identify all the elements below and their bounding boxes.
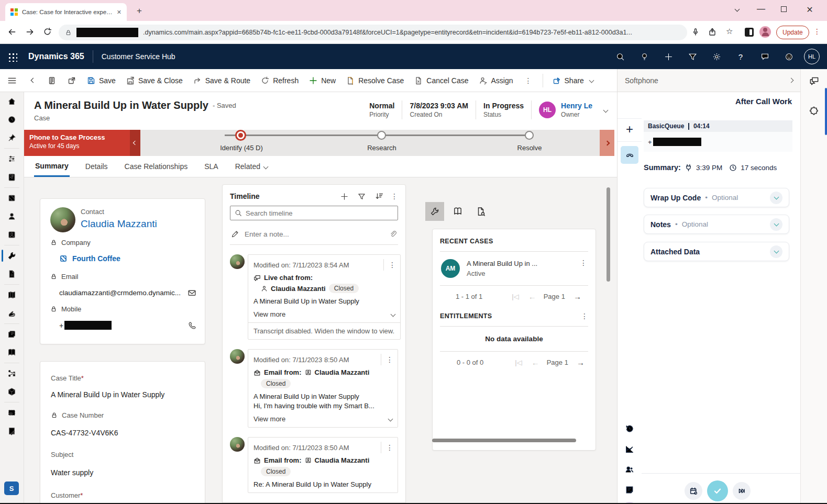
call-history-icon[interactable] bbox=[618, 418, 642, 439]
complete-acw-check-icon[interactable] bbox=[707, 480, 728, 501]
mic-icon[interactable] bbox=[691, 28, 700, 36]
status-field[interactable]: In ProgressStatus bbox=[483, 102, 524, 118]
wrap-up-code-accordion[interactable]: Wrap Up Code•Optional bbox=[644, 188, 789, 207]
timeline-more-icon[interactable]: ⋮ bbox=[391, 193, 398, 200]
teams-chat-icon[interactable] bbox=[753, 52, 777, 61]
company-lookup[interactable]: Fourth Coffee bbox=[59, 254, 120, 263]
bpf-next-chevron[interactable] bbox=[600, 130, 614, 156]
owner-field[interactable]: Henry LeOwner bbox=[561, 102, 592, 118]
softphone-collapse-icon[interactable] bbox=[789, 78, 794, 83]
browser-menu-icon[interactable]: ⋮ bbox=[813, 28, 821, 35]
tab-close-icon[interactable]: ✕ bbox=[117, 9, 122, 16]
entry-from[interactable]: Claudia Mazzanti bbox=[315, 456, 370, 464]
sidebar-item-activities[interactable] bbox=[0, 168, 24, 186]
sidebar-item-contacts[interactable] bbox=[0, 207, 24, 226]
entry-view-more[interactable]: View more bbox=[253, 310, 395, 318]
sidebar-item-cases[interactable] bbox=[0, 247, 24, 265]
quick-create-icon[interactable] bbox=[656, 52, 680, 61]
sitemap-hamburger-icon[interactable] bbox=[0, 76, 24, 85]
help-icon[interactable]: ? bbox=[729, 52, 753, 61]
tab-related-tools-icon[interactable] bbox=[425, 202, 444, 221]
sidebar-item-knowledge-search[interactable] bbox=[0, 286, 24, 304]
back-chevron-icon[interactable] bbox=[24, 79, 42, 82]
entry-subject[interactable]: A Mineral Build Up in Water Supply bbox=[253, 393, 392, 400]
entry-menu-icon[interactable]: ⋮ bbox=[386, 444, 393, 451]
close-icon[interactable]: ✕ bbox=[802, 5, 818, 15]
sidebar-item-products[interactable] bbox=[0, 383, 24, 401]
sidebar-item-pinned[interactable] bbox=[0, 129, 24, 147]
minimize-icon[interactable]: — bbox=[753, 4, 769, 14]
refresh-page-icon[interactable] bbox=[43, 27, 52, 36]
created-on-field[interactable]: 7/8/2023 9:03 AMCreated On bbox=[410, 102, 468, 118]
tab-related[interactable]: Related bbox=[234, 157, 269, 176]
global-search-icon[interactable] bbox=[608, 52, 632, 61]
chevron-down-icon[interactable] bbox=[770, 192, 782, 204]
brand-title[interactable]: Dynamics 365 bbox=[28, 52, 84, 61]
sitemap-area-switcher[interactable]: S bbox=[4, 481, 19, 495]
contacts-people-icon[interactable] bbox=[618, 459, 642, 479]
sidebar-item-home[interactable] bbox=[0, 92, 24, 110]
suggestions-bulb-icon[interactable] bbox=[632, 52, 656, 61]
refresh-button[interactable]: Refresh bbox=[256, 72, 304, 89]
tab-sla[interactable]: SLA bbox=[203, 157, 219, 176]
timeline-search-input[interactable] bbox=[246, 209, 393, 217]
app-extensions-puzzle-icon[interactable] bbox=[801, 99, 827, 122]
tab-case-relationships[interactable]: Case Relationships bbox=[124, 157, 189, 176]
bpf-stage-dot[interactable] bbox=[525, 131, 534, 140]
header-expand-chevron-icon[interactable] bbox=[603, 107, 609, 113]
back-icon[interactable] bbox=[7, 27, 17, 37]
sidebar-item-queues[interactable] bbox=[0, 265, 24, 283]
entry-from[interactable]: Claudia Mazzanti bbox=[271, 285, 326, 293]
schedule-callback-icon[interactable] bbox=[685, 482, 702, 500]
entry-menu-icon[interactable]: ⋮ bbox=[389, 261, 396, 268]
sidebar-item-dashboards[interactable] bbox=[0, 150, 24, 168]
skip-acw-icon[interactable] bbox=[733, 482, 751, 500]
case-title-value[interactable]: A Mineral Build Up in Water Supply bbox=[51, 390, 164, 399]
entry-from[interactable]: Claudia Mazzanti bbox=[315, 368, 370, 376]
entitlements-menu-icon[interactable]: ⋮ bbox=[581, 312, 588, 320]
cancel-case-button[interactable]: Cancel Case bbox=[409, 72, 473, 89]
filter-icon[interactable] bbox=[680, 52, 704, 61]
sidebar-item-accounts[interactable] bbox=[0, 189, 24, 207]
entry-subject[interactable]: Re: A Mineral Build Up in Water Supply bbox=[253, 480, 392, 488]
url-field[interactable]: .dynamics.com/main.aspx?appid=6685b74b-f… bbox=[59, 25, 687, 40]
notes-card-icon[interactable] bbox=[618, 479, 642, 500]
timeline-filter-icon[interactable] bbox=[358, 193, 366, 200]
contact-name-link[interactable]: Claudia Mazzanti bbox=[81, 218, 157, 230]
horizontal-scrollbar[interactable] bbox=[432, 439, 576, 442]
bpf-stage-resolve[interactable]: Resolve bbox=[524, 131, 556, 152]
sidebar-item-social-profiles[interactable] bbox=[0, 226, 24, 244]
bpf-prev-chevron[interactable] bbox=[130, 130, 140, 156]
tab-article-search-icon[interactable] bbox=[471, 202, 490, 221]
conversations-icon[interactable] bbox=[801, 69, 827, 92]
recent-case-menu-icon[interactable]: ⋮ bbox=[580, 259, 587, 266]
share-page-icon[interactable] bbox=[708, 28, 716, 36]
chevron-down-icon[interactable] bbox=[770, 245, 782, 258]
bookmark-star-icon[interactable]: ☆ bbox=[726, 27, 733, 36]
recent-case-title[interactable]: A Mineral Build Up in ... bbox=[467, 260, 573, 267]
call-phone-icon[interactable] bbox=[188, 321, 196, 330]
new-button[interactable]: New bbox=[304, 72, 341, 89]
browser-profile-avatar[interactable] bbox=[759, 26, 771, 38]
assign-button[interactable]: Assign bbox=[474, 72, 519, 89]
notes-accordion[interactable]: Notes•Optional bbox=[644, 215, 789, 234]
chevron-down-icon[interactable] bbox=[770, 218, 782, 231]
save-close-button[interactable]: Save & Close bbox=[121, 72, 188, 89]
vertical-scrollbar[interactable] bbox=[607, 187, 610, 282]
sidebar-item-articles[interactable] bbox=[0, 325, 24, 343]
next-page-icon[interactable]: → bbox=[574, 292, 581, 301]
resolve-case-button[interactable]: Resolve Case bbox=[341, 72, 409, 89]
entry-menu-icon[interactable]: ⋮ bbox=[386, 356, 393, 363]
timeline-search-box[interactable] bbox=[230, 206, 398, 220]
new-tab-button[interactable]: + bbox=[137, 6, 142, 16]
tab-summary[interactable]: Summary bbox=[34, 156, 70, 177]
save-route-button[interactable]: Save & Route bbox=[188, 72, 256, 89]
next-page-icon[interactable]: → bbox=[577, 358, 585, 367]
subject-value[interactable]: Water supply bbox=[51, 468, 93, 477]
feedback-smiley-icon[interactable] bbox=[777, 52, 801, 61]
call-analytics-icon[interactable] bbox=[618, 439, 642, 459]
note-input[interactable] bbox=[245, 230, 384, 238]
first-page-icon[interactable]: |◁ bbox=[515, 359, 522, 366]
maximize-icon[interactable] bbox=[781, 6, 787, 12]
bpf-stage-research[interactable]: Research bbox=[377, 131, 408, 152]
